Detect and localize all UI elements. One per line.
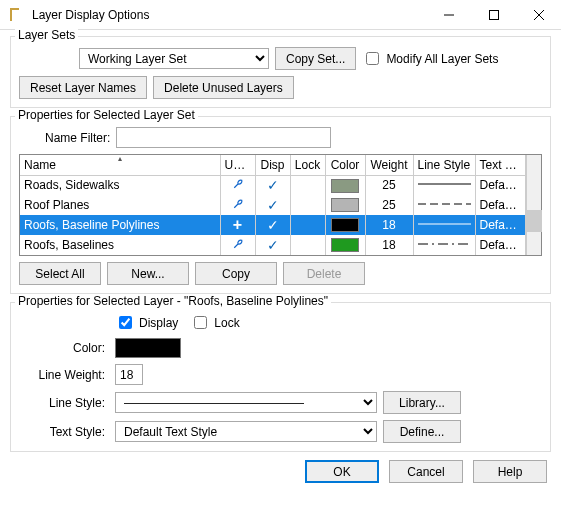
lock-label: Lock bbox=[214, 316, 239, 330]
app-icon bbox=[8, 6, 26, 24]
copy-set-button[interactable]: Copy Set... bbox=[275, 47, 356, 70]
lock-checkbox[interactable] bbox=[194, 316, 207, 329]
scroll-thumb[interactable] bbox=[527, 210, 542, 232]
cell-textstyle: Default Te... bbox=[475, 215, 526, 235]
svg-rect-1 bbox=[489, 10, 498, 19]
reset-layer-names-button[interactable]: Reset Layer Names bbox=[19, 76, 147, 99]
table-row[interactable]: Roads, Sidewalks✓25Default Te... bbox=[20, 175, 526, 195]
col-used[interactable]: Used bbox=[220, 155, 255, 175]
ok-button[interactable]: OK bbox=[305, 460, 379, 483]
delete-button: Delete bbox=[283, 262, 365, 285]
wrench-icon bbox=[232, 197, 244, 213]
cell-textstyle: Default Te... bbox=[475, 235, 526, 255]
cell-disp[interactable]: ✓ bbox=[255, 235, 290, 255]
cell-weight: 25 bbox=[365, 175, 413, 195]
cell-disp[interactable]: ✓ bbox=[255, 215, 290, 235]
window-title: Layer Display Options bbox=[32, 8, 426, 22]
check-icon: ✓ bbox=[267, 177, 279, 193]
close-button[interactable] bbox=[516, 0, 561, 29]
text-style-select[interactable]: Default Text Style bbox=[115, 421, 377, 442]
copy-button[interactable]: Copy bbox=[195, 262, 277, 285]
sort-asc-icon: ▴ bbox=[118, 155, 122, 163]
line-style-label: Line Style: bbox=[19, 396, 109, 410]
col-color[interactable]: Color bbox=[325, 155, 365, 175]
display-checkbox[interactable] bbox=[119, 316, 132, 329]
layer-sets-legend: Layer Sets bbox=[15, 28, 78, 42]
cell-weight: 18 bbox=[365, 215, 413, 235]
table-header-row: Name▴ Used Disp Lock Color Weight Line S… bbox=[20, 155, 526, 175]
cell-color[interactable] bbox=[325, 235, 365, 255]
cell-lock[interactable] bbox=[290, 235, 325, 255]
cell-name: Roads, Sidewalks bbox=[20, 175, 220, 195]
cell-linestyle[interactable] bbox=[413, 175, 475, 195]
col-linestyle[interactable]: Line Style bbox=[413, 155, 475, 175]
color-label: Color: bbox=[19, 341, 109, 355]
wrench-icon bbox=[232, 177, 244, 193]
cell-name: Roofs, Baseline Polylines bbox=[20, 215, 220, 235]
set-props-group: Properties for Selected Layer Set Name F… bbox=[10, 116, 551, 294]
line-style-select[interactable]: ——————————————— bbox=[115, 392, 377, 413]
help-button[interactable]: Help bbox=[473, 460, 547, 483]
cell-textstyle: Default Te... bbox=[475, 195, 526, 215]
layer-table: Name▴ Used Disp Lock Color Weight Line S… bbox=[19, 154, 542, 256]
cell-weight: 25 bbox=[365, 195, 413, 215]
library-button[interactable]: Library... bbox=[383, 391, 461, 414]
layer-set-select[interactable]: Working Layer Set bbox=[79, 48, 269, 69]
cell-name: Roof Planes bbox=[20, 195, 220, 215]
cell-used bbox=[220, 175, 255, 195]
cell-weight: 18 bbox=[365, 235, 413, 255]
modify-all-checkbox[interactable] bbox=[366, 52, 379, 65]
cell-color[interactable] bbox=[325, 215, 365, 235]
wrench-icon bbox=[232, 237, 244, 253]
display-label: Display bbox=[139, 316, 178, 330]
maximize-button[interactable] bbox=[471, 0, 516, 29]
color-swatch[interactable] bbox=[115, 338, 181, 358]
select-all-button[interactable]: Select All bbox=[19, 262, 101, 285]
vertical-scrollbar[interactable] bbox=[526, 155, 541, 255]
cancel-button[interactable]: Cancel bbox=[389, 460, 463, 483]
table-row[interactable]: Roofs, Baseline Polylines+✓18Default Te.… bbox=[20, 215, 526, 235]
cell-color[interactable] bbox=[325, 175, 365, 195]
cell-lock[interactable] bbox=[290, 175, 325, 195]
define-button[interactable]: Define... bbox=[383, 420, 461, 443]
cell-name: Roofs, Baselines bbox=[20, 235, 220, 255]
cell-disp[interactable]: ✓ bbox=[255, 175, 290, 195]
cell-disp[interactable]: ✓ bbox=[255, 195, 290, 215]
text-style-label: Text Style: bbox=[19, 425, 109, 439]
modify-all-label: Modify All Layer Sets bbox=[386, 52, 498, 66]
cell-used bbox=[220, 195, 255, 215]
cell-color[interactable] bbox=[325, 195, 365, 215]
plus-icon: + bbox=[233, 216, 242, 233]
line-weight-input[interactable] bbox=[115, 364, 143, 385]
layer-sets-group: Layer Sets Working Layer Set Copy Set...… bbox=[10, 36, 551, 108]
name-filter-input[interactable] bbox=[116, 127, 331, 148]
table-row[interactable]: Roofs, Baselines✓18Default Te... bbox=[20, 235, 526, 255]
cell-used bbox=[220, 235, 255, 255]
weight-label: Line Weight: bbox=[19, 368, 109, 382]
col-lock[interactable]: Lock bbox=[290, 155, 325, 175]
col-disp[interactable]: Disp bbox=[255, 155, 290, 175]
set-props-legend: Properties for Selected Layer Set bbox=[15, 108, 198, 122]
check-icon: ✓ bbox=[267, 217, 279, 233]
cell-linestyle[interactable] bbox=[413, 235, 475, 255]
check-icon: ✓ bbox=[267, 237, 279, 253]
cell-linestyle[interactable] bbox=[413, 195, 475, 215]
name-filter-label: Name Filter: bbox=[19, 131, 110, 145]
col-weight[interactable]: Weight bbox=[365, 155, 413, 175]
cell-textstyle: Default Te... bbox=[475, 175, 526, 195]
col-name[interactable]: Name▴ bbox=[20, 155, 220, 175]
cell-lock[interactable] bbox=[290, 215, 325, 235]
layer-props-group: Properties for Selected Layer - "Roofs, … bbox=[10, 302, 551, 452]
cell-lock[interactable] bbox=[290, 195, 325, 215]
table-row[interactable]: Roof Planes✓25Default Te... bbox=[20, 195, 526, 215]
delete-unused-layers-button[interactable]: Delete Unused Layers bbox=[153, 76, 294, 99]
col-textstyle[interactable]: Text Style bbox=[475, 155, 526, 175]
minimize-button[interactable] bbox=[426, 0, 471, 29]
layer-props-legend: Properties for Selected Layer - "Roofs, … bbox=[15, 294, 331, 308]
cell-used: + bbox=[220, 215, 255, 235]
cell-linestyle[interactable] bbox=[413, 215, 475, 235]
new-button[interactable]: New... bbox=[107, 262, 189, 285]
check-icon: ✓ bbox=[267, 197, 279, 213]
